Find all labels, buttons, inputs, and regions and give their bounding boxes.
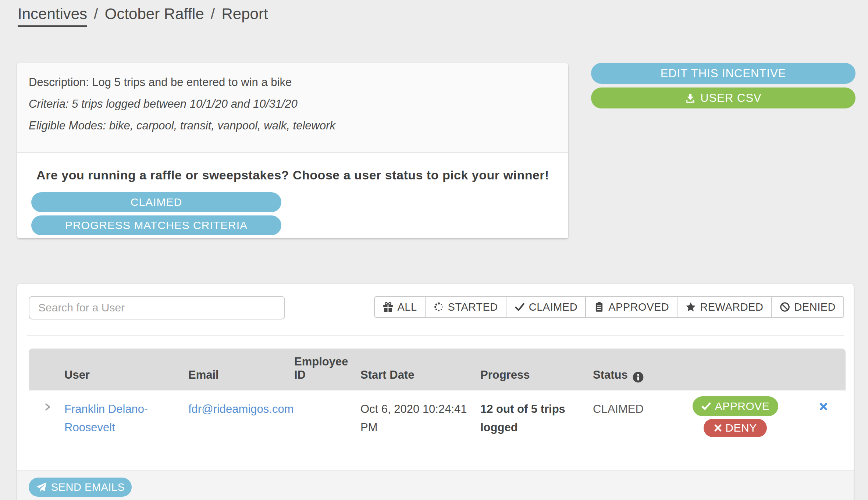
table-header: User Email Employee ID Start Date Progre… — [29, 349, 846, 390]
incentive-summary-card: Description: Log 5 trips and be entered … — [17, 63, 568, 238]
spinner-icon — [433, 301, 444, 312]
user-csv-label: USER CSV — [700, 92, 761, 105]
filter-all-label: ALL — [397, 301, 417, 313]
filter-claimed-button[interactable]: CLAIMED — [506, 297, 585, 317]
filter-approved-button[interactable]: APPROVED — [585, 297, 677, 317]
winner-status-buttons: CLAIMED PROGRESS MATCHES CRITERIA — [31, 192, 568, 235]
header-employee-id: Employee ID — [288, 349, 354, 390]
filter-approved-label: APPROVED — [608, 301, 669, 313]
check-icon — [514, 301, 525, 312]
clipboard-icon — [594, 301, 605, 312]
edit-incentive-label: EDIT THIS INCENTIVE — [661, 67, 786, 80]
status-filter-group: ALL STARTED CLAIMED — [374, 296, 844, 318]
filter-rewarded-label: REWARDED — [700, 301, 763, 313]
header-start-date: Start Date — [354, 349, 474, 390]
remove-x-icon — [818, 401, 829, 460]
progress-matches-criteria-button[interactable]: PROGRESS MATCHES CRITERIA — [31, 215, 281, 235]
breadcrumb: Incentives / October Raffle / Report — [18, 5, 268, 27]
header-status-label: Status — [593, 368, 628, 382]
header-remove — [794, 349, 846, 390]
remove-user-button[interactable] — [794, 390, 846, 460]
search-input[interactable] — [29, 296, 285, 319]
breadcrumb-separator: / — [211, 5, 215, 23]
chevron-right-icon — [42, 401, 58, 413]
header-status: Status — [586, 349, 669, 390]
user-email-link[interactable]: fdr@rideamigos.com — [188, 403, 294, 415]
breadcrumb-separator: / — [94, 5, 98, 23]
breadcrumb-report: Report — [221, 5, 268, 23]
breadcrumb-incentives[interactable]: Incentives — [18, 5, 87, 27]
filter-started-button[interactable]: STARTED — [425, 297, 506, 317]
approve-button[interactable]: APPROVE — [693, 396, 778, 416]
filter-rewarded-button[interactable]: REWARDED — [677, 297, 771, 317]
deny-label: DENY — [725, 422, 757, 434]
raffle-prompt: Are you running a raffle or sweepstakes?… — [17, 168, 568, 182]
incentive-details: Description: Log 5 trips and be entered … — [17, 63, 568, 153]
header-actions — [669, 349, 794, 390]
user-csv-button[interactable]: USER CSV — [591, 88, 855, 108]
star-icon — [685, 301, 696, 312]
panel-footer: SEND EMAILS — [17, 470, 854, 500]
breadcrumb-october-raffle: October Raffle — [105, 5, 204, 23]
download-icon — [685, 93, 696, 104]
row-expand-chevron[interactable] — [29, 390, 58, 460]
user-name-link[interactable]: Franklin Delano-Roosevelt — [64, 403, 148, 434]
employee-id-value — [288, 390, 354, 460]
incentive-description: Description: Log 5 trips and be entered … — [29, 76, 557, 88]
start-date-value: Oct 6, 2020 10:24:41 PM — [354, 390, 474, 460]
header-expander — [29, 349, 58, 390]
filter-denied-label: DENIED — [794, 301, 836, 313]
approve-label: APPROVE — [715, 400, 770, 413]
info-icon[interactable] — [632, 371, 644, 382]
gift-icon — [383, 301, 394, 312]
filter-all-button[interactable]: ALL — [375, 297, 424, 317]
header-user: User — [58, 349, 182, 390]
progress-value: 12 out of 5 trips logged — [480, 403, 565, 434]
status-value: CLAIMED — [593, 403, 644, 415]
paper-plane-icon — [36, 482, 47, 493]
table-row: Franklin Delano-Roosevelt fdr@rideamigos… — [29, 390, 846, 460]
raffle-section: Are you running a raffle or sweepstakes?… — [17, 153, 568, 235]
filter-started-label: STARTED — [448, 301, 498, 313]
row-actions: APPROVE DENY — [669, 390, 794, 460]
incentive-eligible-modes: Eligible Modes: bike, carpool, transit, … — [29, 120, 557, 131]
edit-incentive-button[interactable]: EDIT THIS INCENTIVE — [591, 63, 855, 84]
filter-denied-button[interactable]: DENIED — [771, 297, 843, 317]
ban-icon — [779, 301, 790, 312]
send-emails-button[interactable]: SEND EMAILS — [29, 478, 132, 497]
incentive-actions: EDIT THIS INCENTIVE USER CSV — [591, 63, 855, 108]
header-progress: Progress — [474, 349, 586, 390]
filter-claimed-label: CLAIMED — [529, 301, 577, 313]
send-emails-label: SEND EMAILS — [51, 481, 125, 493]
claimed-status-button[interactable]: CLAIMED — [31, 192, 281, 212]
check-icon — [701, 401, 711, 411]
users-report-card: ALL STARTED CLAIMED — [17, 284, 854, 500]
panel-divider — [27, 335, 844, 336]
x-icon — [714, 424, 722, 432]
users-table: User Email Employee ID Start Date Progre… — [29, 349, 846, 460]
header-email: Email — [182, 349, 288, 390]
incentive-criteria: Criteria: 5 trips logged between 10/1/20… — [29, 98, 557, 110]
deny-button[interactable]: DENY — [704, 419, 767, 437]
